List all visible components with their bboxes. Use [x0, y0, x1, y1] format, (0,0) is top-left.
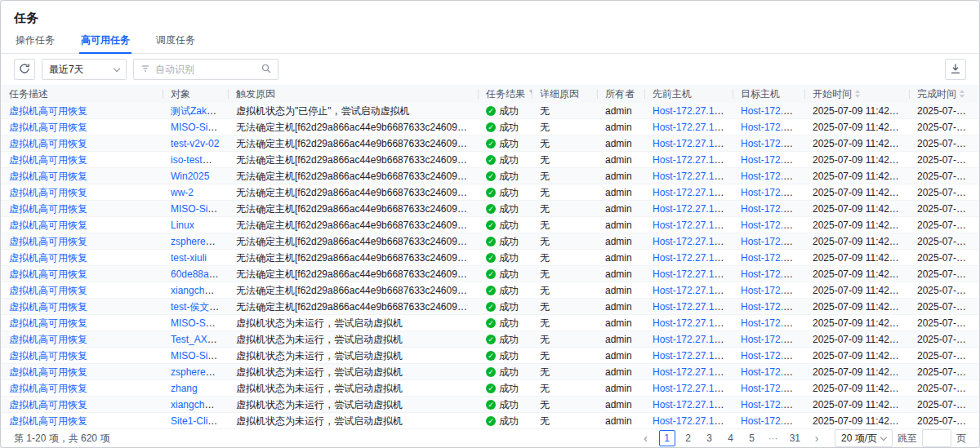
target-host-link[interactable]: Host-172.27...	[741, 220, 802, 231]
task-description-link[interactable]: 虚拟机高可用恢复	[9, 334, 87, 345]
target-host-link[interactable]: Host-172.27...	[741, 317, 802, 329]
previous-host-link[interactable]: Host-172.27.1.32	[653, 350, 728, 362]
page-number-button[interactable]: 2	[680, 430, 697, 446]
target-host-link[interactable]: Host-172.27...	[741, 187, 802, 198]
object-link[interactable]: zhang	[171, 383, 198, 394]
date-range-select[interactable]: 最近7天	[42, 59, 127, 80]
refresh-button[interactable]	[14, 59, 35, 80]
task-description-link[interactable]: 虚拟机高可用恢复	[9, 220, 87, 231]
tab-scheduled-tasks[interactable]: 调度任务	[154, 33, 197, 53]
page-number-button[interactable]: 31	[786, 430, 804, 446]
page-number-button[interactable]: 5	[744, 430, 760, 446]
object-link[interactable]: test-侯文静-...	[171, 301, 228, 313]
next-page-button[interactable]: ›	[808, 430, 825, 446]
previous-host-link[interactable]: Host-172.27.1.32	[653, 317, 728, 329]
previous-host-link[interactable]: Host-172.27.1.30	[653, 268, 728, 280]
page-number-button[interactable]: 4	[723, 430, 739, 446]
target-host-link[interactable]: Host-172.27...	[741, 334, 802, 345]
page-number-button[interactable]: 1	[659, 430, 675, 446]
target-host-link[interactable]: Host-172.27...	[741, 366, 802, 378]
object-link[interactable]: xiangcheng...	[171, 285, 228, 296]
object-link[interactable]: test-v2v-02	[171, 138, 219, 149]
previous-host-link[interactable]: Host-172.27.1.30	[653, 252, 728, 264]
previous-host-link[interactable]: Host-172.27.1.30	[653, 171, 728, 182]
page-size-select[interactable]: 20 项/页	[835, 429, 893, 447]
sort-icon[interactable]	[855, 90, 860, 98]
object-link[interactable]: iso-test可删	[171, 154, 222, 166]
prev-page-button[interactable]: ‹	[638, 430, 654, 446]
object-link[interactable]: Site1-Client1	[171, 415, 227, 427]
target-host-link[interactable]: Host-172.27...	[741, 399, 802, 410]
previous-host-link[interactable]: Host-172.27.1.30	[653, 138, 728, 149]
object-link[interactable]: 60de88a14...	[171, 268, 228, 280]
task-description-link[interactable]: 虚拟机高可用恢复	[9, 105, 87, 117]
object-link[interactable]: MISO-Site2...	[171, 350, 228, 362]
object-link[interactable]: MISO-Site2...	[171, 122, 228, 133]
col-start-time[interactable]: 开始时间	[804, 85, 909, 103]
previous-host-link[interactable]: Host-172.27.1.30	[653, 122, 728, 133]
task-description-link[interactable]: 虚拟机高可用恢复	[9, 317, 87, 329]
target-host-link[interactable]: Host-172.27...	[741, 122, 802, 133]
previous-host-link[interactable]: Host-172.27.1.30	[653, 220, 728, 231]
task-description-link[interactable]: 虚拟机高可用恢复	[9, 236, 87, 247]
task-description-link[interactable]: 虚拟机高可用恢复	[9, 122, 87, 133]
tab-operation-tasks[interactable]: 操作任务	[14, 33, 56, 53]
task-description-link[interactable]: 虚拟机高可用恢复	[9, 138, 87, 149]
task-description-link[interactable]: 虚拟机高可用恢复	[9, 252, 87, 264]
object-link[interactable]: xiangcheng...	[171, 399, 228, 410]
target-host-link[interactable]: Host-172.27...	[741, 154, 802, 166]
target-host-link[interactable]: Host-172.27...	[741, 415, 802, 427]
previous-host-link[interactable]: Host-172.27.1.32	[653, 383, 728, 394]
task-description-link[interactable]: 虚拟机高可用恢复	[9, 171, 87, 182]
task-description-link[interactable]: 虚拟机高可用恢复	[9, 350, 87, 362]
object-link[interactable]: test-xiuli	[171, 252, 207, 264]
target-host-link[interactable]: Host-172.27...	[741, 138, 802, 149]
target-host-link[interactable]: Host-172.27...	[741, 252, 802, 264]
object-link[interactable]: MISO-Serve...	[171, 317, 228, 329]
task-description-link[interactable]: 虚拟机高可用恢复	[9, 415, 87, 427]
search-icon[interactable]	[261, 64, 271, 76]
target-host-link[interactable]: Host-172.27...	[741, 383, 802, 394]
object-link[interactable]: MISO-Site1...	[171, 203, 228, 215]
download-button[interactable]	[945, 59, 966, 80]
task-description-link[interactable]: 虚拟机高可用恢复	[9, 154, 87, 166]
target-host-link[interactable]: Host-172.27...	[741, 236, 802, 247]
object-link[interactable]: Linux	[171, 220, 194, 231]
task-description-link[interactable]: 虚拟机高可用恢复	[9, 268, 87, 280]
target-host-link[interactable]: Host-172.27...	[741, 203, 802, 215]
previous-host-link[interactable]: Host-172.27.1.32	[653, 334, 728, 345]
tab-ha-tasks[interactable]: 高可用任务	[79, 33, 131, 53]
jump-page-input[interactable]	[922, 429, 951, 447]
object-link[interactable]: 测试Zaku集...	[171, 105, 228, 117]
previous-host-link[interactable]: Host-172.27.1.30	[653, 285, 728, 296]
search-input[interactable]	[155, 64, 256, 75]
object-link[interactable]: zspheremim...	[171, 236, 228, 247]
previous-host-link[interactable]: Host-172.27.1.30	[653, 187, 728, 198]
target-host-link[interactable]: Host-172.27...	[741, 171, 802, 182]
target-host-link[interactable]: Host-172.27...	[741, 301, 802, 313]
object-link[interactable]: zspheremim...	[171, 366, 228, 378]
object-link[interactable]: Test_AX_Na...	[171, 334, 228, 345]
target-host-link[interactable]: Host-172.27...	[741, 105, 802, 117]
previous-host-link[interactable]: Host-172.27.1.32	[653, 399, 728, 410]
task-description-link[interactable]: 虚拟机高可用恢复	[9, 399, 87, 410]
task-description-link[interactable]: 虚拟机高可用恢复	[9, 187, 87, 198]
previous-host-link[interactable]: Host-172.27.1.30	[653, 105, 728, 117]
page-number-button[interactable]: ···	[765, 430, 782, 446]
object-link[interactable]: Win2025	[171, 171, 209, 182]
page-number-button[interactable]: 3	[702, 430, 718, 446]
task-description-link[interactable]: 虚拟机高可用恢复	[9, 285, 87, 296]
task-description-link[interactable]: 虚拟机高可用恢复	[9, 366, 87, 378]
object-link[interactable]: ww-2	[171, 187, 194, 198]
previous-host-link[interactable]: Host-172.27.1.32	[653, 366, 728, 378]
target-host-link[interactable]: Host-172.27...	[741, 268, 802, 280]
task-description-link[interactable]: 虚拟机高可用恢复	[9, 301, 87, 313]
col-end-time[interactable]: 完成时间	[909, 85, 979, 103]
previous-host-link[interactable]: Host-172.27.1.30	[653, 301, 728, 313]
task-description-link[interactable]: 虚拟机高可用恢复	[9, 203, 87, 215]
previous-host-link[interactable]: Host-172.27.1.32	[653, 415, 728, 427]
task-description-link[interactable]: 虚拟机高可用恢复	[9, 383, 87, 394]
previous-host-link[interactable]: Host-172.27.1.30	[653, 236, 728, 247]
sort-icon[interactable]	[960, 90, 964, 98]
target-host-link[interactable]: Host-172.27...	[741, 350, 802, 362]
